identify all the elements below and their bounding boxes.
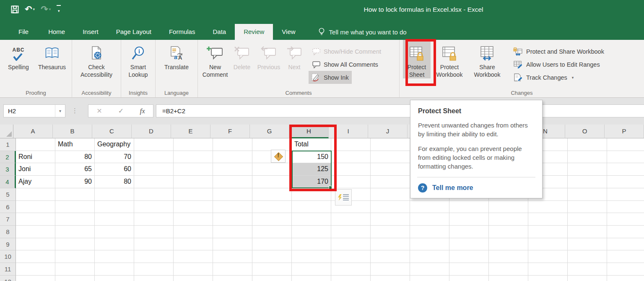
- cell-H5[interactable]: [292, 188, 331, 201]
- cell-C12[interactable]: [95, 276, 134, 281]
- cell-P9[interactable]: [607, 238, 644, 251]
- cell-A11[interactable]: [16, 263, 55, 276]
- row-header-7[interactable]: 7: [0, 213, 16, 226]
- cell-I2[interactable]: [331, 151, 371, 164]
- cell-E7[interactable]: [174, 213, 213, 226]
- cell-B12[interactable]: [55, 276, 95, 281]
- cell-F1[interactable]: [213, 138, 252, 151]
- cell-M7[interactable]: [489, 213, 528, 226]
- cell-B2[interactable]: 80: [55, 151, 95, 164]
- cell-E3[interactable]: [174, 163, 213, 176]
- cell-G5[interactable]: [252, 188, 292, 201]
- cell-E1[interactable]: [174, 138, 213, 151]
- cell-B6[interactable]: [55, 201, 95, 213]
- cell-L9[interactable]: [449, 238, 489, 251]
- cell-I10[interactable]: [331, 250, 371, 263]
- cell-H12[interactable]: [292, 276, 331, 281]
- cell-G6[interactable]: [252, 201, 292, 213]
- cell-H1[interactable]: Total: [292, 138, 331, 151]
- cell-B11[interactable]: [55, 263, 95, 276]
- select-all-corner[interactable]: [0, 125, 13, 138]
- tell-me-box[interactable]: Tell me what you want to do: [318, 24, 407, 40]
- column-header-G[interactable]: G: [250, 125, 289, 138]
- customize-quick-access-toolbar-button[interactable]: ▾: [57, 5, 61, 14]
- cell-N11[interactable]: [528, 263, 568, 276]
- cell-B10[interactable]: [55, 250, 95, 263]
- cell-C6[interactable]: [95, 201, 134, 213]
- column-header-I[interactable]: I: [329, 125, 368, 138]
- check-accessibility-button[interactable]: Check Accessibility: [75, 40, 118, 78]
- cell-F10[interactable]: [213, 250, 252, 263]
- cell-J11[interactable]: [371, 263, 410, 276]
- cell-G1[interactable]: [252, 138, 292, 151]
- cell-J12[interactable]: [371, 276, 410, 281]
- cell-C7[interactable]: [95, 213, 134, 226]
- column-header-P[interactable]: P: [605, 125, 644, 138]
- formula-input[interactable]: =B2+C2: [156, 104, 644, 117]
- undo-button[interactable]: ↶ ▾: [25, 5, 35, 14]
- cell-E5[interactable]: [174, 188, 213, 201]
- cell-L6[interactable]: [449, 201, 489, 213]
- cell-L12[interactable]: [449, 276, 489, 281]
- cell-A7[interactable]: [16, 213, 55, 226]
- row-header-2[interactable]: 2: [0, 151, 16, 164]
- tell-me-more-link[interactable]: ? Tell me more: [418, 177, 535, 198]
- cell-D6[interactable]: [134, 201, 174, 213]
- cell-I7[interactable]: [331, 213, 371, 226]
- cell-D10[interactable]: [134, 250, 174, 263]
- cell-M9[interactable]: [489, 238, 528, 251]
- cell-H3[interactable]: 125: [292, 163, 331, 176]
- tab-file[interactable]: File: [8, 24, 39, 40]
- allow-users-to-edit-ranges-button[interactable]: Allow Users to Edit Ranges: [510, 58, 607, 71]
- protect-workbook-button[interactable]: Protect Workbook: [431, 40, 468, 78]
- cell-O9[interactable]: [568, 238, 607, 251]
- row-header-3[interactable]: 3: [0, 163, 16, 176]
- cell-K9[interactable]: [410, 238, 449, 251]
- cell-E8[interactable]: [174, 226, 213, 238]
- cell-F3[interactable]: [213, 163, 252, 176]
- cell-P4[interactable]: [607, 176, 644, 188]
- cell-P3[interactable]: [607, 163, 644, 176]
- protect-and-share-workbook-button[interactable]: Protect and Share Workbook: [510, 45, 607, 58]
- cell-G11[interactable]: [252, 263, 292, 276]
- tab-formulas[interactable]: Formulas: [160, 24, 204, 40]
- new-comment-button[interactable]: New Comment: [200, 40, 230, 78]
- cell-C8[interactable]: [95, 226, 134, 238]
- cell-C4[interactable]: 80: [95, 176, 134, 188]
- cell-E11[interactable]: [174, 263, 213, 276]
- cell-N7[interactable]: [528, 213, 568, 226]
- cell-O5[interactable]: [568, 188, 607, 201]
- column-header-E[interactable]: E: [171, 125, 210, 138]
- cell-D3[interactable]: [134, 163, 174, 176]
- track-changes-dropdown-icon[interactable]: ▾: [572, 75, 574, 80]
- cell-E4[interactable]: [174, 176, 213, 188]
- cell-G12[interactable]: [252, 276, 292, 281]
- cell-A4[interactable]: Ajay: [16, 176, 55, 188]
- cell-B9[interactable]: [55, 238, 95, 251]
- cell-D8[interactable]: [134, 226, 174, 238]
- track-changes-button[interactable]: Track Changes ▾: [510, 71, 607, 84]
- cell-A10[interactable]: [16, 250, 55, 263]
- cell-F5[interactable]: [213, 188, 252, 201]
- cell-E9[interactable]: [174, 238, 213, 251]
- cell-C2[interactable]: 70: [95, 151, 134, 164]
- tab-insert[interactable]: Insert: [74, 24, 107, 40]
- show-ink-button[interactable]: Show Ink: [309, 71, 352, 84]
- cell-L11[interactable]: [449, 263, 489, 276]
- cell-E12[interactable]: [174, 276, 213, 281]
- cell-A9[interactable]: [16, 238, 55, 251]
- cell-P12[interactable]: [607, 276, 644, 281]
- cell-F2[interactable]: [213, 151, 252, 164]
- cell-H2[interactable]: 150: [292, 151, 331, 164]
- cell-O1[interactable]: [568, 138, 607, 151]
- cell-G10[interactable]: [252, 250, 292, 263]
- cell-L8[interactable]: [449, 226, 489, 238]
- cell-C9[interactable]: [95, 238, 134, 251]
- quick-analysis-button[interactable]: [335, 189, 352, 206]
- cell-I11[interactable]: [331, 263, 371, 276]
- column-header-B[interactable]: B: [53, 125, 92, 138]
- cell-A1[interactable]: [16, 138, 55, 151]
- cell-I9[interactable]: [331, 238, 371, 251]
- cell-H7[interactable]: [292, 213, 331, 226]
- cell-N9[interactable]: [528, 238, 568, 251]
